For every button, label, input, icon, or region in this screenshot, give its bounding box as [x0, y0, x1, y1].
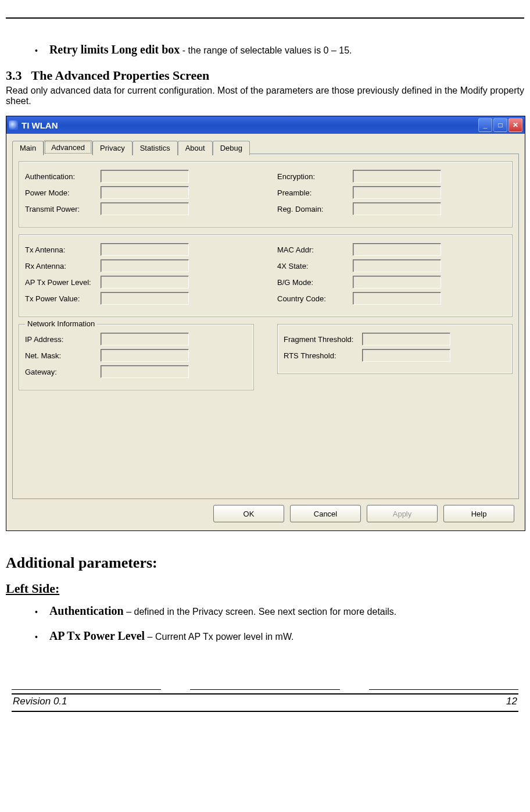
legend-network-info: Network Information [25, 319, 97, 328]
value-net-mask [101, 349, 189, 362]
bullet-authentication: • Authentication – defined in the Privac… [35, 604, 524, 618]
label-tx-power-value: Tx Power Value: [25, 294, 101, 303]
group-network-info: Network Information IP Address: Net. Mas… [19, 324, 254, 390]
footer-page-number: 12 [506, 696, 517, 707]
maximize-icon: □ [498, 121, 502, 129]
label-bg-mode: B/G Mode: [277, 278, 353, 287]
section-heading: 3.3 The Advanced Properties Screen [6, 68, 524, 83]
value-tx-power-value [101, 292, 189, 305]
value-fragment-threshold [362, 333, 450, 346]
label-fragment-threshold: Fragment Threshold: [284, 335, 362, 344]
label-rts-threshold: RTS Threshold: [284, 351, 362, 360]
label-4x-state: 4X State: [277, 262, 353, 270]
value-reg-domain [353, 202, 441, 215]
value-authentication [101, 170, 189, 183]
maximize-button[interactable]: □ [493, 118, 507, 132]
value-bg-mode [353, 276, 441, 289]
label-encryption: Encryption: [277, 172, 353, 181]
value-ip-address [101, 333, 189, 346]
cancel-button[interactable]: Cancel [290, 505, 361, 522]
label-net-mask: Net. Mask: [25, 351, 101, 360]
minimize-icon: _ [484, 121, 488, 129]
dialog-window: TI WLAN _ □ ✕ Main Advanced Privacy Stat… [6, 116, 525, 531]
label-ip-address: IP Address: [25, 335, 101, 344]
app-icon [9, 120, 18, 130]
label-tx-antenna: Tx Antenna: [25, 245, 101, 254]
left-side-heading: Left Side: [6, 581, 524, 596]
retry-limits-rest: - the range of selectable values is 0 – … [180, 45, 352, 55]
window-title: TI WLAN [22, 120, 478, 130]
ok-button[interactable]: OK [213, 505, 284, 522]
close-icon: ✕ [513, 121, 518, 129]
label-ap-tx-power-level: AP Tx Power Level: [25, 278, 101, 287]
tab-about[interactable]: About [178, 141, 213, 155]
label-gateway: Gateway: [25, 368, 101, 376]
section-body: Read only advanced data for current conf… [6, 86, 524, 106]
ap-tx-power-rest: – Current AP Tx power level in mW. [145, 632, 293, 642]
label-preamble: Preamble: [277, 188, 353, 197]
bullet-retry-limits: • Retry limits Long edit box - the range… [35, 43, 524, 56]
bullet-dot-icon: • [35, 607, 38, 617]
tab-strip: Main Advanced Privacy Statistics About D… [12, 140, 519, 154]
bullet-dot-icon: • [35, 632, 38, 642]
tab-advanced[interactable]: Advanced [44, 140, 92, 155]
label-power-mode: Power Mode: [25, 188, 101, 197]
value-rts-threshold [362, 349, 450, 362]
value-rx-antenna [101, 259, 189, 272]
top-rule [6, 17, 524, 20]
minimize-button[interactable]: _ [478, 118, 492, 132]
titlebar: TI WLAN _ □ ✕ [6, 116, 525, 134]
group-thresholds: Fragment Threshold: RTS Threshold: [277, 324, 513, 374]
retry-limits-bold: Retry limits Long edit box [49, 43, 180, 56]
label-country-code: Country Code: [277, 294, 353, 303]
group-2: Tx Antenna: Rx Antenna: AP Tx Power Leve… [19, 234, 513, 317]
value-mac-addr [353, 243, 441, 256]
value-transmit-power [101, 202, 189, 215]
button-bar: OK Cancel Apply Help [12, 499, 519, 522]
additional-parameters-heading: Additional parameters: [6, 554, 524, 572]
label-transmit-power: Transmit Power: [25, 205, 101, 213]
tab-main[interactable]: Main [12, 141, 44, 155]
tab-statistics[interactable]: Statistics [132, 141, 178, 155]
group-1: Authentication: Power Mode: Transmit Pow… [19, 161, 513, 227]
label-mac-addr: MAC Addr: [277, 245, 353, 254]
property-sheet: Authentication: Power Mode: Transmit Pow… [12, 154, 519, 499]
authentication-rest: – defined in the Privacy screen. See nex… [124, 607, 397, 617]
bullet-ap-tx-power: • AP Tx Power Level – Current AP Tx powe… [35, 629, 524, 643]
section-title: The Advanced Properties Screen [31, 68, 210, 83]
authentication-bold: Authentication [49, 604, 124, 617]
label-authentication: Authentication: [25, 172, 101, 181]
footer-rule-bottom [12, 711, 518, 712]
footer-revision: Revision 0.1 [13, 696, 67, 707]
label-rx-antenna: Rx Antenna: [25, 262, 101, 270]
value-gateway [101, 365, 189, 378]
value-ap-tx-power-level [101, 276, 189, 289]
section-number: 3.3 [6, 68, 22, 83]
value-4x-state [353, 259, 441, 272]
label-reg-domain: Reg. Domain: [277, 205, 353, 213]
tab-privacy[interactable]: Privacy [92, 141, 132, 155]
value-preamble [353, 186, 441, 199]
ap-tx-power-bold: AP Tx Power Level [49, 629, 145, 642]
help-button[interactable]: Help [443, 505, 514, 522]
bullet-dot-icon: • [35, 46, 38, 55]
value-encryption [353, 170, 441, 183]
tab-debug[interactable]: Debug [213, 141, 250, 155]
footer-dash-rule [12, 689, 518, 690]
value-power-mode [101, 186, 189, 199]
value-tx-antenna [101, 243, 189, 256]
value-country-code [353, 292, 441, 305]
apply-button[interactable]: Apply [367, 505, 438, 522]
close-button[interactable]: ✕ [508, 118, 522, 132]
